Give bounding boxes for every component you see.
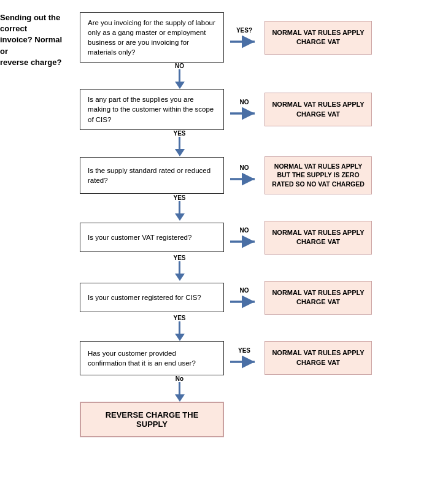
question-box-1: Are you invoicing for the supply of labo… [80, 12, 224, 63]
connector-4: YES [80, 255, 224, 281]
connector-6: No [80, 375, 224, 402]
result-box-6: NORMAL VAT RULES APPLY CHARGE VAT [265, 341, 372, 375]
connector-label-2: YES [173, 130, 185, 137]
vert-arrow-4 [175, 261, 185, 281]
vert-arrow-3 [175, 201, 185, 221]
page-title: Sending out the correct invoice? Normal … [0, 12, 71, 68]
question-box-2: Is any part of the supplies you are maki… [80, 89, 224, 129]
connector-3: YES [80, 194, 224, 221]
connector-label-6: No [176, 375, 183, 382]
flowchart: Are you invoicing for the supply of labo… [80, 12, 442, 437]
arrow-right-3: NO [229, 164, 260, 186]
connector-1: NO [80, 63, 224, 89]
result-box-1: NORMAL VAT RULES APPLY CHARGE VAT [265, 21, 372, 55]
flow-row-q5: Is your customer registered for CIS? NO [80, 281, 442, 315]
vert-arrow-5 [175, 321, 185, 341]
connector-label-3: YES [173, 194, 185, 201]
flow-row-q3: Is the supply standard rated or reduced … [80, 156, 442, 194]
result-box-3: NORMAL VAT RULES APPLY BUT THE SUPPLY IS… [265, 156, 372, 194]
flow-row-q4: Is your customer VAT registered? NO [80, 221, 442, 255]
vert-arrow-1 [175, 69, 185, 89]
flow-row-q6: Has your customer provided confirmation … [80, 341, 442, 375]
result-box-2: NORMAL VAT RULES APPLY CHARGE VAT [265, 93, 372, 126]
arrow-label-4: NO [240, 227, 249, 234]
connector-label-5: YES [173, 315, 185, 321]
question-box-6: Has your customer provided confirmation … [80, 341, 224, 375]
result-box-5: NORMAL VAT RULES APPLY CHARGE VAT [265, 281, 372, 315]
arrow-label-6: YES [238, 347, 250, 354]
question-box-5: Is your customer registered for CIS? [80, 283, 224, 312]
flow-row-q1: Are you invoicing for the supply of labo… [80, 12, 442, 63]
connector-label-4: YES [173, 255, 185, 261]
arrow-right-5: NO [229, 287, 260, 308]
flow-row-q2: Is any part of the supplies you are maki… [80, 89, 442, 129]
final-box: REVERSE CHARGE THE SUPPLY [80, 402, 224, 437]
arrow-right-4: NO [229, 227, 260, 248]
arrow-right-2: NO [229, 99, 260, 120]
connector-label-1: NO [175, 63, 184, 69]
arrow-right-6: YES [229, 347, 260, 369]
vert-arrow-6 [175, 382, 185, 402]
question-box-3: Is the supply standard rated or reduced … [80, 157, 224, 194]
arrow-label-2: NO [240, 99, 249, 105]
arrow-right-1: YES? [229, 27, 260, 48]
page-container: Sending out the correct invoice? Normal … [0, 0, 448, 479]
arrow-label-1: YES? [236, 27, 252, 34]
vert-arrow-2 [175, 137, 185, 156]
result-box-4: NORMAL VAT RULES APPLY CHARGE VAT [265, 221, 372, 255]
connector-2: YES [80, 130, 224, 156]
arrow-label-3: NO [240, 164, 249, 171]
question-box-4: Is your customer VAT registered? [80, 223, 224, 252]
arrow-label-5: NO [240, 287, 249, 294]
connector-5: YES [80, 315, 224, 341]
